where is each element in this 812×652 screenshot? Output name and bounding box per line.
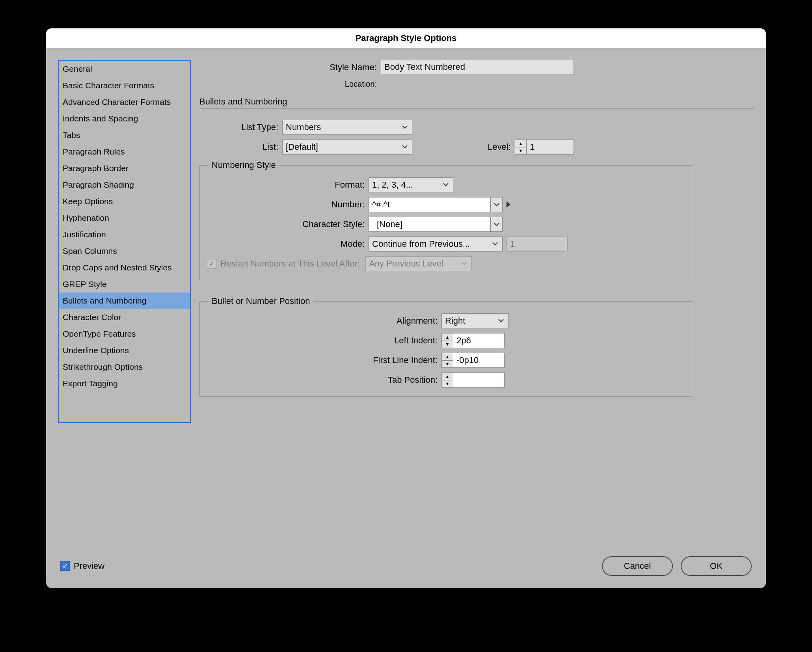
numbering-style-legend: Numbering Style <box>209 160 279 170</box>
sidebar-item-keep-options[interactable]: Keep Options <box>59 193 190 210</box>
chevron-up-icon[interactable]: ▲ <box>442 373 453 380</box>
alignment-select[interactable]: Right <box>441 313 508 328</box>
insert-special-icon[interactable] <box>507 201 510 208</box>
restart-label: Restart Numbers at This Level After: <box>220 259 360 269</box>
chevron-up-icon[interactable]: ▲ <box>442 353 453 361</box>
number-dropdown-button[interactable] <box>491 197 503 212</box>
style-name-label: Style Name: <box>199 62 381 73</box>
chevron-down-icon <box>442 180 450 190</box>
sidebar-item-basic-char[interactable]: Basic Character Formats <box>59 77 190 94</box>
sidebar-item-underline[interactable]: Underline Options <box>59 342 190 359</box>
position-group: Bullet or Number Position Alignment: Rig… <box>199 296 692 397</box>
sidebar-item-strikethrough[interactable]: Strikethrough Options <box>59 359 190 375</box>
format-label: Format: <box>207 180 369 190</box>
sidebar-item-adv-char[interactable]: Advanced Character Formats <box>59 94 190 110</box>
sidebar-item-paragraph-rules[interactable]: Paragraph Rules <box>59 143 190 160</box>
sidebar-item-indents[interactable]: Indents and Spacing <box>59 110 190 127</box>
level-stepper[interactable]: ▲ ▼ <box>515 140 527 155</box>
chevron-up-icon[interactable]: ▲ <box>515 140 526 147</box>
sidebar-item-export-tagging[interactable]: Export Tagging <box>59 375 190 392</box>
restart-level-value: Any Previous Level <box>369 259 443 269</box>
mode-label: Mode: <box>207 239 369 249</box>
chevron-down-icon <box>401 122 409 132</box>
numbering-style-group: Numbering Style Format: 1, 2, 3, 4... Nu… <box>199 160 692 280</box>
preview-checkbox[interactable]: ✓ <box>60 561 70 571</box>
chevron-down-icon[interactable]: ▼ <box>442 341 453 348</box>
left-indent-label: Left Indent: <box>207 335 441 346</box>
chevron-up-icon[interactable]: ▲ <box>442 333 453 341</box>
charstyle-dropdown-button[interactable] <box>491 217 503 232</box>
location-label: Location: <box>199 80 381 89</box>
style-name-input[interactable]: Body Text Numbered <box>381 60 574 75</box>
sidebar-item-general[interactable]: General <box>59 61 190 77</box>
tab-position-stepper[interactable]: ▲ ▼ <box>441 373 453 387</box>
sidebar-item-grep-style[interactable]: GREP Style <box>59 276 190 292</box>
dialog-title: Paragraph Style Options <box>46 28 766 48</box>
charstyle-label: Character Style: <box>207 219 369 229</box>
first-line-indent-input[interactable]: -0p10 <box>453 353 505 368</box>
sidebar-item-character-color[interactable]: Character Color <box>59 309 190 326</box>
chevron-down-icon <box>460 259 468 269</box>
list-type-value: Numbers <box>286 122 321 132</box>
list-select[interactable]: [Default] <box>282 140 412 155</box>
alignment-label: Alignment: <box>207 316 441 326</box>
sidebar-item-justification[interactable]: Justification <box>59 226 190 243</box>
mode-value: Continue from Previous... <box>372 239 470 249</box>
sidebar-item-opentype[interactable]: OpenType Features <box>59 326 190 342</box>
level-input[interactable]: 1 <box>527 140 574 155</box>
chevron-down-icon <box>401 142 409 152</box>
main-panel: Style Name: Body Text Numbered Location:… <box>199 60 754 553</box>
mode-select[interactable]: Continue from Previous... <box>369 237 503 251</box>
list-value: [Default] <box>286 142 318 152</box>
position-legend: Bullet or Number Position <box>209 296 313 306</box>
dialog-footer: ✓ Preview Cancel OK <box>46 553 766 588</box>
preview-label: Preview <box>74 561 104 571</box>
paragraph-style-options-dialog: Paragraph Style Options General Basic Ch… <box>46 28 766 588</box>
number-input[interactable]: ^#.^t <box>369 197 491 212</box>
cancel-button[interactable]: Cancel <box>602 556 673 576</box>
list-type-select[interactable]: Numbers <box>282 120 412 135</box>
category-sidebar: General Basic Character Formats Advanced… <box>58 60 191 423</box>
left-indent-input[interactable]: 2p6 <box>453 333 505 348</box>
chevron-down-icon <box>491 239 499 249</box>
sidebar-item-tabs[interactable]: Tabs <box>59 127 190 143</box>
format-value: 1, 2, 3, 4... <box>372 180 413 190</box>
tab-position-input[interactable] <box>453 373 505 387</box>
chevron-down-icon[interactable]: ▼ <box>515 147 526 155</box>
sidebar-item-hyphenation[interactable]: Hyphenation <box>59 210 190 226</box>
first-line-indent-label: First Line Indent: <box>207 355 441 365</box>
sidebar-item-paragraph-border[interactable]: Paragraph Border <box>59 160 190 177</box>
sidebar-item-paragraph-shading[interactable]: Paragraph Shading <box>59 177 190 193</box>
section-title: Bullets and Numbering <box>199 97 754 107</box>
sidebar-item-span-columns[interactable]: Span Columns <box>59 243 190 259</box>
restart-level-select: Any Previous Level <box>365 256 472 271</box>
sidebar-item-drop-caps[interactable]: Drop Caps and Nested Styles <box>59 259 190 276</box>
alignment-value: Right <box>445 316 465 326</box>
list-label: List: <box>215 142 282 152</box>
ok-button[interactable]: OK <box>681 556 752 576</box>
section-underline <box>199 108 754 109</box>
sidebar-item-bullets-numbering[interactable]: Bullets and Numbering <box>59 292 190 309</box>
restart-checkbox: ✓ <box>207 259 216 268</box>
first-line-indent-stepper[interactable]: ▲ ▼ <box>441 353 453 368</box>
chevron-down-icon <box>497 316 505 326</box>
format-select[interactable]: 1, 2, 3, 4... <box>369 177 453 192</box>
number-label: Number: <box>207 199 369 210</box>
left-indent-stepper[interactable]: ▲ ▼ <box>441 333 453 348</box>
charstyle-input[interactable]: [None] <box>369 217 491 232</box>
level-label: Level: <box>412 142 515 152</box>
mode-start-at-input: 1 <box>507 237 568 251</box>
chevron-down-icon[interactable]: ▼ <box>442 380 453 387</box>
tab-position-label: Tab Position: <box>207 375 441 385</box>
chevron-down-icon[interactable]: ▼ <box>442 361 453 368</box>
list-type-label: List Type: <box>215 122 282 132</box>
